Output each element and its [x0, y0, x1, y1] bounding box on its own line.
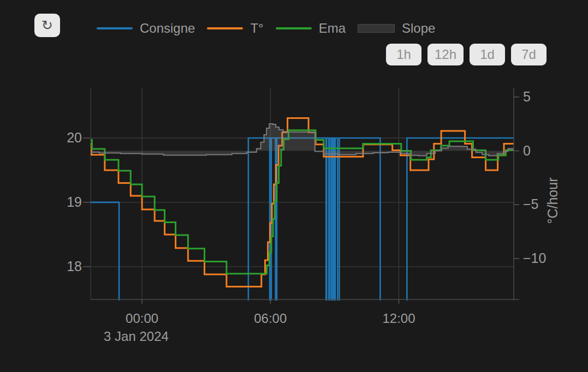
y-left-tick-label: 19 [67, 194, 82, 209]
y-right-tick-label: 0 [523, 143, 531, 158]
plot-area[interactable] [91, 118, 514, 311]
slope-area [91, 124, 514, 155]
y-left-tick-label: 18 [67, 259, 82, 274]
consigne-line [91, 138, 514, 311]
chart-canvas[interactable]: 20191850−5−1000:0006:0012:003 Jan 2024°C… [0, 0, 588, 372]
x-tick-label: 00:00 [126, 311, 158, 326]
y-right-tick-label: 5 [523, 89, 531, 104]
y-right-axis-title: °C/hour [545, 177, 560, 224]
x-tick-label: 06:00 [254, 311, 287, 326]
x-date-label: 3 Jan 2024 [104, 329, 169, 344]
chart-card: ↻ Consigne T° Ema Slope 1h 12h 1d 7d 201… [0, 0, 588, 372]
x-tick-label: 12:00 [382, 311, 415, 326]
y-left-tick-label: 20 [67, 130, 82, 145]
y-right-tick-label: −5 [523, 196, 539, 212]
y-right-tick-label: −10 [523, 250, 546, 266]
